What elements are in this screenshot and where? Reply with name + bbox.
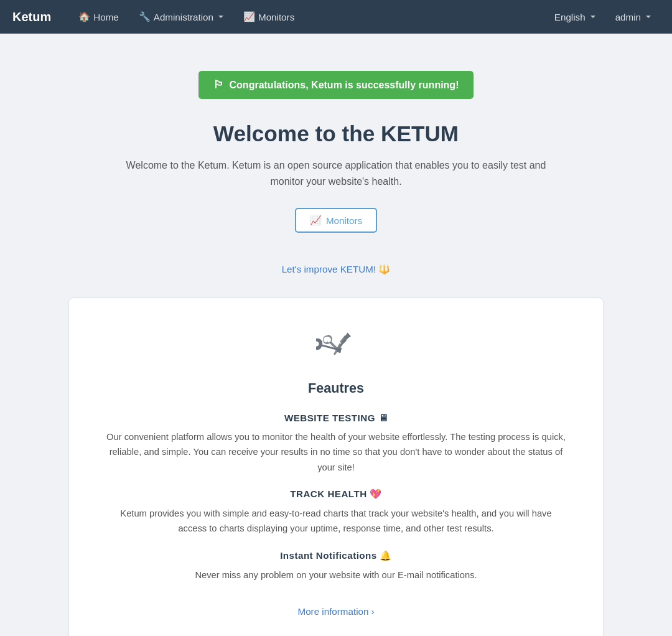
website-testing-desc: Our convenient platform allows you to mo… <box>106 429 566 475</box>
improve-link-text: Let's improve KETUM! 🔱 <box>282 264 391 275</box>
monitors-btn-icon: 📈 <box>310 215 322 226</box>
track-health-section: TRACK HEALTH 💖 Ketum provides you with s… <box>106 489 566 536</box>
tools-icon <box>316 329 356 372</box>
home-icon: 🏠 <box>78 11 90 22</box>
banner-text: Congratulations, Ketum is successfully r… <box>230 80 459 91</box>
user-menu[interactable]: admin <box>607 7 660 27</box>
monitors-btn-label: Monitors <box>326 215 362 226</box>
notifications-section: Instant Notifications 🔔 Never miss any p… <box>106 550 566 582</box>
nav-administration-label: Administration <box>154 12 213 22</box>
track-health-heading: TRACK HEALTH 💖 <box>106 489 566 500</box>
more-info-text: More information <box>297 606 368 617</box>
success-banner: 🏳 Congratulations, Ketum is successfully… <box>198 71 474 99</box>
navbar: Ketum 🏠 Home 🔧 Administration 📈 Monitors… <box>0 0 672 34</box>
admin-caret-icon <box>218 16 223 18</box>
brand-logo[interactable]: Ketum <box>12 10 51 24</box>
page-title: Welcome to the KETUM <box>213 121 459 146</box>
nav-home[interactable]: 🏠 Home <box>70 6 128 27</box>
language-selector[interactable]: English <box>546 7 604 27</box>
lang-caret-icon <box>590 16 595 18</box>
main-content: 🏳 Congratulations, Ketum is successfully… <box>56 34 616 636</box>
improve-link[interactable]: Let's improve KETUM! 🔱 <box>282 264 391 275</box>
notifications-desc: Never miss any problem on your website w… <box>106 568 566 582</box>
user-caret-icon <box>646 16 651 18</box>
banner-flag-icon: 🏳 <box>213 78 225 91</box>
features-title: Feautres <box>308 380 364 396</box>
tools-svg-icon <box>316 329 356 369</box>
notifications-heading: Instant Notifications 🔔 <box>106 550 566 561</box>
nav-home-label: Home <box>93 12 119 22</box>
chevron-right-icon: › <box>371 606 374 617</box>
nav-center: 🏠 Home 🔧 Administration 📈 Monitors <box>70 6 546 27</box>
nav-administration[interactable]: 🔧 Administration <box>130 6 232 27</box>
website-testing-section: WEBSITE TESTING 🖥 Our convenient platfor… <box>106 413 566 475</box>
nav-lang-label: English <box>554 12 586 22</box>
chart-icon: 📈 <box>243 11 255 22</box>
welcome-description: Welcome to the Ketum. Ketum is an open s… <box>124 157 548 189</box>
wrench-icon: 🔧 <box>139 11 151 22</box>
nav-monitors[interactable]: 📈 Monitors <box>235 6 303 27</box>
monitors-button[interactable]: 📈 Monitors <box>295 208 377 233</box>
nav-user-label: admin <box>615 12 641 22</box>
navbar-right: English admin <box>546 7 660 27</box>
track-health-desc: Ketum provides you with simple and easy-… <box>106 506 566 536</box>
nav-monitors-label: Monitors <box>258 12 294 22</box>
more-info-link[interactable]: More information › <box>297 606 374 617</box>
features-card: Feautres WEBSITE TESTING 🖥 Our convenien… <box>68 297 604 636</box>
website-testing-heading: WEBSITE TESTING 🖥 <box>106 413 566 423</box>
